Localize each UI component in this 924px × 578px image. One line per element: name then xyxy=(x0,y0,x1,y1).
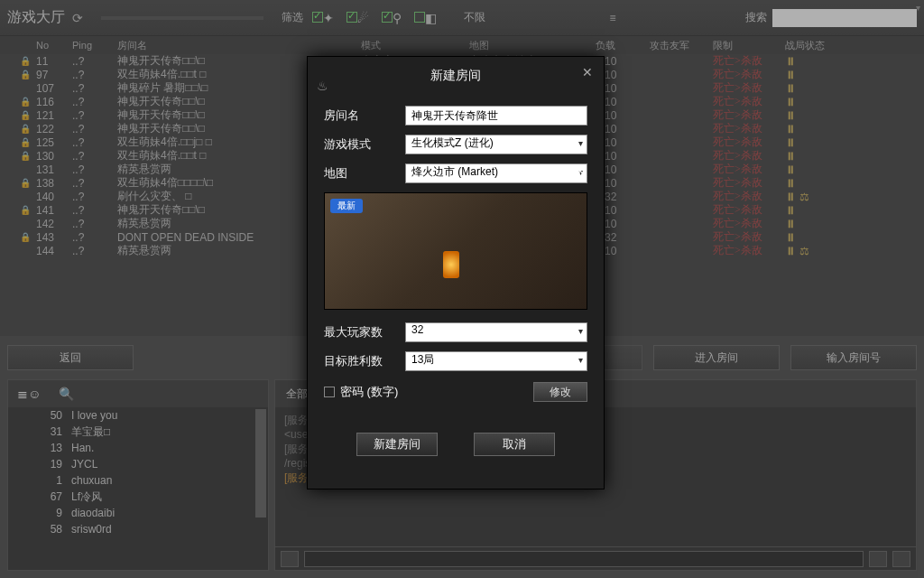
create-room-modal: ♨ 新建房间 ✕ 房间名 游戏模式 生化模式Z (进化) ▾ 地图 烽火边市 (… xyxy=(307,56,605,489)
map-new-badge: 最新 xyxy=(330,199,363,213)
chevron-down-icon: ▾ xyxy=(578,355,583,365)
modal-title: 新建房间 xyxy=(430,68,481,82)
room-name-input[interactable] xyxy=(405,106,587,126)
room-name-label: 房间名 xyxy=(324,107,405,124)
mode-label: 游戏模式 xyxy=(324,136,405,153)
chevron-down-icon: ▾ xyxy=(578,326,583,336)
maxplayers-label: 最大玩家数 xyxy=(324,324,405,340)
password-label: 密码 (数字) xyxy=(340,384,533,400)
steam-icon: ♨ xyxy=(317,68,328,104)
winrounds-value: 13局 xyxy=(411,353,434,366)
modal-title-bar: ♨ 新建房间 ✕ xyxy=(308,57,604,93)
mode-value: 生化模式Z (进化) xyxy=(411,136,494,149)
password-checkbox[interactable] xyxy=(324,387,335,397)
map-select[interactable]: 烽火边市 (Market) ▾ ↖ xyxy=(405,163,587,183)
close-icon[interactable]: ✕ xyxy=(580,66,595,80)
modify-button[interactable]: 修改 xyxy=(533,382,587,402)
modal-cancel-button[interactable]: 取消 xyxy=(474,433,555,456)
chevron-down-icon: ▾ xyxy=(578,167,583,177)
modal-create-button[interactable]: 新建房间 xyxy=(356,433,438,456)
chevron-down-icon: ▾ xyxy=(578,138,583,148)
maxplayers-select[interactable]: 32 ▾ xyxy=(405,322,587,342)
mode-select[interactable]: 生化模式Z (进化) ▾ xyxy=(405,135,587,154)
winrounds-label: 目标胜利数 xyxy=(324,353,405,369)
map-value: 烽火边市 (Market) xyxy=(411,165,498,178)
map-label: 地图 xyxy=(324,165,405,182)
maxplayers-value: 32 xyxy=(411,323,423,336)
map-preview: 最新 xyxy=(324,192,587,310)
winrounds-select[interactable]: 13局 ▾ xyxy=(405,351,587,371)
